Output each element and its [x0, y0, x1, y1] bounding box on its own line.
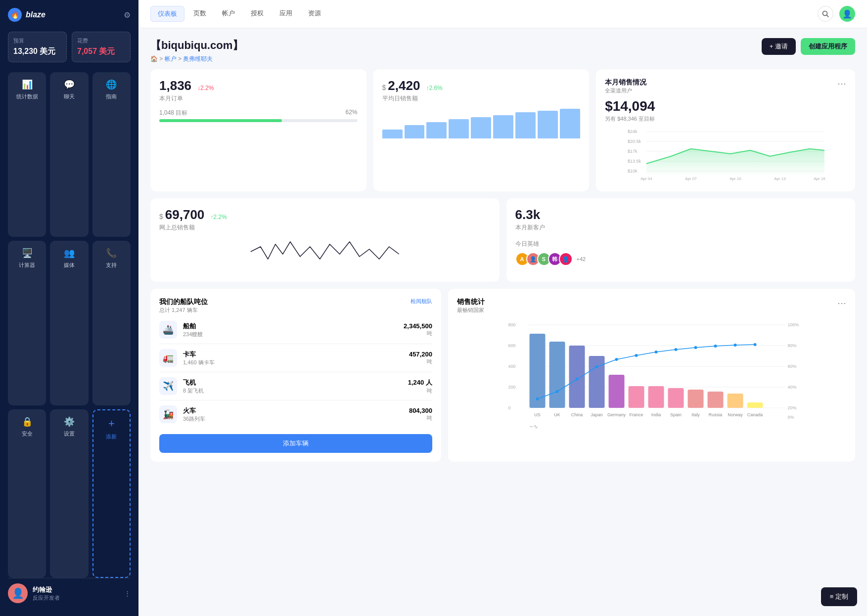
svg-text:$10k: $10k [628, 169, 638, 174]
orders-value: 1,836 [159, 78, 191, 93]
settings-icon[interactable]: ⚙ [124, 10, 131, 20]
chat-label: 聊天 [64, 93, 75, 100]
progress-fill [159, 119, 282, 122]
fleet-item-trains: 🚂 火车 36路列车 804,300 吨 [159, 400, 432, 428]
chat-icon: 💬 [64, 79, 75, 90]
truck-icon: 🚛 [159, 349, 177, 367]
sidebar-header: 🔥 blaze ⚙ [8, 8, 131, 22]
stats-icon: 📊 [22, 79, 33, 90]
top-nav: 仪表板 页数 帐户 授权 应用 资源 👤 [138, 0, 867, 28]
svg-text:UK: UK [554, 412, 560, 417]
orders-label: 本月订单 [159, 94, 358, 103]
view-fleet-link[interactable]: 检阅舰队 [411, 298, 432, 305]
sidebar-item-stats[interactable]: 📊 统计数据 [8, 72, 46, 237]
svg-text:India: India [651, 412, 661, 417]
media-label: 媒体 [64, 262, 75, 269]
progress-bar [159, 119, 358, 122]
settings-label: 设置 [64, 430, 75, 438]
bar-India [648, 386, 664, 408]
svg-text:$24k: $24k [628, 129, 638, 134]
user-role: 反应开发者 [33, 594, 119, 602]
net-sales-card: $ 69,700 ↑2.2% 网上总销售额 [150, 198, 500, 282]
net-sales-value: 69,700 [165, 207, 205, 222]
profile-button[interactable]: 👤 [839, 6, 855, 22]
wave-svg [159, 232, 491, 271]
sidebar-item-chat[interactable]: 💬 聊天 [50, 72, 88, 237]
plane-name: 飞机 [183, 378, 402, 387]
search-button[interactable] [818, 6, 833, 22]
line-dot-10 [714, 345, 717, 348]
bar-China [569, 346, 585, 408]
svg-text:~∿: ~∿ [529, 423, 538, 430]
tab-resources[interactable]: 资源 [301, 6, 328, 22]
train-icon: 🚂 [159, 405, 177, 423]
hero-count: +42 [577, 256, 586, 262]
svg-text:Spain: Spain [670, 412, 682, 417]
customize-button[interactable]: ≡ 定制 [821, 587, 857, 606]
sidebar-item-calculator[interactable]: 🖥️ 计算器 [8, 241, 46, 405]
net-currency: $ [159, 213, 163, 220]
new-customers-value: 6.3k [515, 207, 541, 222]
tab-auth[interactable]: 授权 [244, 6, 271, 22]
sales-stats-more[interactable]: ⋯ [837, 298, 846, 308]
sales-stats-card: 销售统计 最畅销国家 ⋯ 800 600 400 200 0 [448, 289, 855, 462]
line-dot-1 [536, 397, 539, 400]
line-chart-svg: $24k $20.5k $17k $13.5k $10k Apr 04 Apr … [605, 127, 846, 181]
wave-chart [159, 232, 491, 273]
sales-stats-title: 销售统计 [457, 298, 485, 307]
bar-Germany [608, 375, 624, 408]
sidebar-item-security[interactable]: 🔒 安全 [8, 409, 46, 578]
svg-text:US: US [534, 412, 541, 417]
invite-button[interactable]: + 邀请 [762, 38, 796, 55]
header-buttons: + 邀请 创建应用程序 [762, 38, 855, 55]
user-more-icon[interactable]: ⋮ [124, 590, 131, 597]
avg-sales-change: ↑2.6% [426, 85, 442, 91]
user-name: 约翰逊 [33, 585, 119, 594]
tab-pages[interactable]: 页数 [186, 6, 213, 22]
truck-unit: 吨 [409, 358, 432, 365]
sidebar-item-media[interactable]: 👥 媒体 [50, 241, 88, 405]
monthly-line-chart: $24k $20.5k $17k $13.5k $10k Apr 04 Apr … [605, 127, 846, 182]
ship-count: 234艘艘 [183, 331, 398, 338]
svg-text:Germany: Germany [607, 412, 626, 417]
fleet-card: 我们的船队吨位 总计 1,247 辆车 检阅舰队 🚢 船舶 234艘艘 2,34… [150, 289, 441, 462]
net-sales-label: 网上总销售额 [159, 223, 491, 232]
nav-tabs: 仪表板 页数 帐户 授权 应用 资源 [150, 6, 328, 22]
svg-text:0: 0 [508, 405, 510, 410]
bar-7 [515, 112, 536, 138]
svg-text:60%: 60% [787, 364, 796, 369]
budget-section: 预算 13,230 美元 花费 7,057 美元 [8, 32, 131, 62]
tab-accounts[interactable]: 帐户 [215, 6, 242, 22]
plane-number: 1,240 人 [408, 378, 432, 387]
bar-4 [449, 119, 469, 138]
tab-dashboard[interactable]: 仪表板 [150, 6, 184, 22]
add-vehicle-button[interactable]: 添加车辆 [159, 434, 432, 453]
svg-text:China: China [571, 412, 583, 417]
sidebar-item-add[interactable]: + 添新 [92, 409, 131, 578]
train-unit: 吨 [409, 414, 432, 422]
tab-apps[interactable]: 应用 [273, 6, 299, 22]
avg-sales-value: 2,420 [388, 78, 420, 93]
svg-text:Apr 04: Apr 04 [640, 176, 652, 181]
line-dot-6 [635, 354, 638, 357]
create-app-button[interactable]: 创建应用程序 [801, 38, 855, 55]
support-icon: 📞 [106, 248, 117, 259]
nav-actions: 👤 [818, 6, 855, 22]
orders-header: 1,836 ↓2.2% [159, 78, 358, 93]
bar-Japan [589, 356, 604, 408]
svg-text:800: 800 [508, 322, 515, 327]
settings-nav-icon: ⚙️ [64, 416, 75, 427]
sidebar-item-guide[interactable]: 🌐 指南 [92, 72, 131, 237]
svg-line-1 [827, 15, 829, 17]
page-header: 【biqubiqu.com】 🏠 > 帐户 > 奥弗维耶夫 + 邀请 创建应用程… [150, 38, 855, 63]
more-button[interactable]: ⋯ [837, 78, 846, 89]
bar-6 [493, 115, 513, 138]
line-dot-12 [753, 343, 756, 346]
page-title: 【biqubiqu.com】 [150, 38, 243, 53]
truck-count: 1,460 辆卡车 [183, 359, 403, 366]
logo-text: blaze [26, 10, 46, 19]
page-title-section: 【biqubiqu.com】 🏠 > 帐户 > 奥弗维耶夫 [150, 38, 243, 63]
bar-8 [538, 111, 558, 138]
sidebar-item-settings[interactable]: ⚙️ 设置 [50, 409, 88, 578]
sidebar-item-support[interactable]: 📞 支持 [92, 241, 131, 405]
